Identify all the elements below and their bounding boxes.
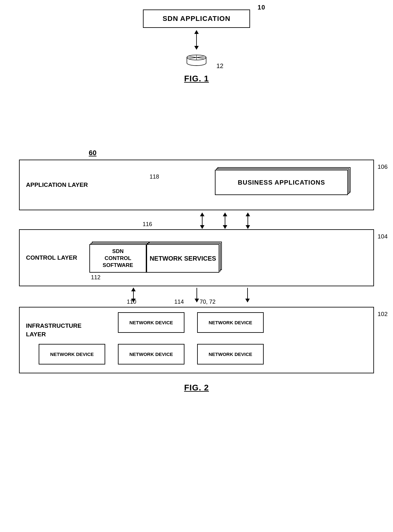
- arrow-3: [248, 213, 248, 229]
- ref-118: 118: [150, 174, 159, 180]
- arrow-down-2: [196, 288, 197, 302]
- fig1-arrow: [196, 30, 197, 49]
- device-box-1: NETWORK DEVICE: [118, 312, 184, 333]
- business-apps-stacked: BUSINESS APPLICATIONS: [215, 170, 348, 195]
- device-label-3: NETWORK DEVICE: [50, 352, 94, 357]
- control-layer-box: CONTROL LAYER SDN CONTROL SOFTWARE: [19, 229, 374, 286]
- fig1-caption: FIG. 1: [184, 74, 209, 84]
- arrows-ctrl-infra: 110 114 70, 72: [19, 286, 374, 307]
- ref-70-72: 70, 72: [200, 299, 216, 305]
- application-layer-box: APPLICATION LAYER BUSINESS APPLICATIONS …: [19, 160, 374, 210]
- device-label-1: NETWORK DEVICE: [129, 320, 173, 325]
- device-label-4: NETWORK DEVICE: [129, 352, 173, 357]
- sdn-application-box: SDN APPLICATION 10: [143, 10, 250, 28]
- sdn-app-label: SDN APPLICATION: [163, 15, 230, 22]
- ref-104: 104: [377, 233, 388, 240]
- router-icon: [184, 49, 209, 67]
- ref-60: 60: [89, 149, 96, 157]
- ref-106: 106: [377, 163, 388, 170]
- device-box-4: NETWORK DEVICE: [118, 344, 184, 364]
- ref-116: 116: [143, 221, 152, 228]
- arrows-app-ctrl: 116: [19, 210, 374, 229]
- fig1-section: SDN APPLICATION 10 12: [0, 10, 393, 84]
- network-services-label: NETWORK SERVICES: [150, 255, 216, 262]
- arrow-1: [202, 213, 203, 229]
- arrow-2: [225, 213, 225, 229]
- fig2-section: 60 APPLICATION LAYER BUSINESS APPLICATIO…: [19, 149, 374, 393]
- sdn-control-label: SDN CONTROL SOFTWARE: [103, 248, 133, 269]
- control-inner: SDN CONTROL SOFTWARE NETWORK SERVICES: [89, 244, 219, 273]
- ref-114: 114: [174, 299, 184, 305]
- network-services-box: NETWORK SERVICES: [146, 244, 219, 273]
- arrow-down-3: [247, 288, 248, 302]
- ref-label-10: 10: [258, 4, 265, 11]
- fig2-caption: FIG. 2: [19, 383, 374, 393]
- control-layer-label: CONTROL LAYER: [26, 254, 77, 262]
- infrastructure-layer-label: INFRASTRUCTURE LAYER: [26, 322, 74, 339]
- router-icon-container: 12: [184, 49, 209, 68]
- device-label-2: NETWORK DEVICE: [209, 320, 252, 325]
- infrastructure-layer-box: INFRASTRUCTURE LAYER NETWORK DEVICE NETW…: [19, 307, 374, 373]
- ref-102: 102: [377, 311, 388, 318]
- sdn-control-stacked: SDN CONTROL SOFTWARE: [89, 244, 146, 273]
- main-diagram: APPLICATION LAYER BUSINESS APPLICATIONS …: [19, 160, 374, 373]
- business-applications-box: BUSINESS APPLICATIONS: [215, 170, 348, 195]
- device-box-2: NETWORK DEVICE: [197, 312, 264, 333]
- sdn-control-box: SDN CONTROL SOFTWARE: [89, 244, 146, 273]
- page: SDN APPLICATION 10 12: [0, 0, 393, 532]
- application-layer-label: APPLICATION LAYER: [26, 181, 88, 189]
- ref-112: 112: [91, 274, 100, 281]
- arrow-down-1: [133, 288, 134, 302]
- ref-label-12: 12: [216, 62, 223, 70]
- device-box-5: NETWORK DEVICE: [197, 344, 264, 364]
- device-label-5: NETWORK DEVICE: [209, 352, 252, 357]
- business-applications-label: BUSINESS APPLICATIONS: [238, 179, 325, 186]
- device-box-3: NETWORK DEVICE: [39, 344, 105, 364]
- network-services-stacked: NETWORK SERVICES: [146, 244, 219, 273]
